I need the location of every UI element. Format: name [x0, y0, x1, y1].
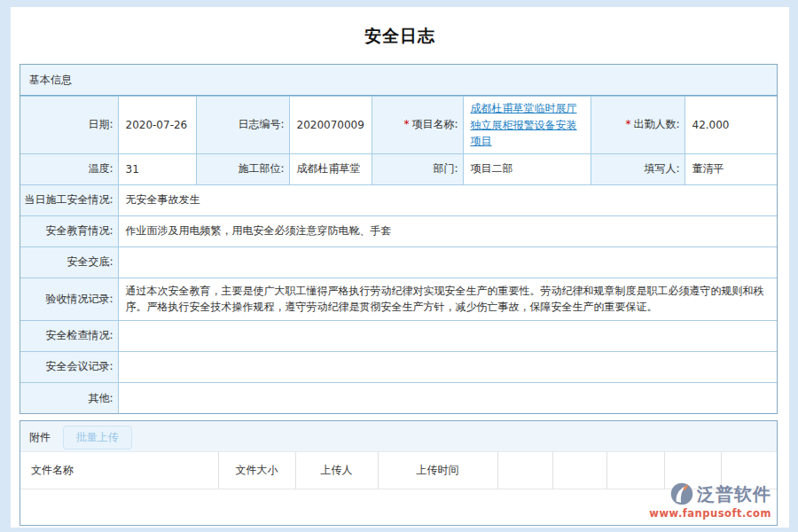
batch-upload-button[interactable]: 批量上传: [63, 426, 132, 450]
safety-education-value: 作业面涉及用电频繁，用电安全必须注意穿防电靴、手套: [118, 215, 777, 246]
project-name-label: *项目名称:: [372, 97, 463, 154]
brand-name: 泛普软件: [697, 485, 771, 503]
basic-info-table: 日期: 2020-07-26 日志编号: 2020070009 *项目名称: 成…: [20, 96, 777, 413]
table-row: 日期: 2020-07-26 日志编号: 2020070009 *项目名称: 成…: [20, 97, 777, 154]
attendance-value: 42.000: [685, 97, 777, 154]
department-label: 部门:: [372, 153, 463, 184]
writer-value: 董清平: [685, 153, 777, 184]
required-marker: *: [403, 118, 409, 130]
col-file-name: 文件名称: [20, 452, 218, 489]
attachments-title: 附件: [29, 431, 51, 443]
safety-inspection-value: [118, 320, 777, 351]
safety-education-label: 安全教育情况:: [20, 215, 118, 246]
table-row: 验收情况记录: 通过本次安全教育，主要是使广大职工懂得严格执行劳动纪律对实现安全…: [20, 278, 777, 320]
department-value: 项目二部: [463, 153, 591, 184]
writer-label: 填写人:: [591, 153, 685, 184]
daily-safety-label: 当日施工安全情况:: [20, 184, 118, 215]
other-label: 其他:: [20, 382, 118, 413]
attachments-header: 附件 批量上传: [20, 421, 777, 452]
safety-disclosure-value: [118, 246, 777, 278]
attachments-section: 附件 批量上传 文件名称 文件大小 上传人 上传时间: [20, 420, 778, 526]
table-row: 温度: 31 施工部位: 成都杜甫草堂 部门: 项目二部 填写人: 董清平: [20, 153, 777, 184]
basic-info-section-title: 基本信息: [20, 65, 777, 96]
log-number-value: 2020070009: [289, 97, 372, 154]
col-empty: [497, 452, 552, 489]
daily-safety-value: 无安全事故发生: [118, 184, 777, 215]
acceptance-record-label: 验收情况记录:: [20, 278, 118, 320]
required-marker: *: [625, 118, 630, 130]
other-value: [118, 382, 777, 413]
construction-part-value: 成都杜甫草堂: [289, 153, 372, 184]
project-name-link[interactable]: 成都杜甫草堂临时展厅独立展柜报警设备安装项目: [471, 100, 583, 150]
temperature-value: 31: [118, 153, 196, 184]
safety-meeting-label: 安全会议记录:: [20, 351, 118, 382]
brand-logo: 泛普软件 www.fanpusoft.com: [638, 481, 771, 522]
col-uploader: 上传人: [295, 452, 378, 489]
table-row: 安全教育情况: 作业面涉及用电频繁，用电安全必须注意穿防电靴、手套: [20, 215, 777, 246]
fanpu-logo-icon: [669, 481, 694, 506]
log-number-label: 日志编号:: [196, 97, 289, 154]
safety-meeting-value: [118, 351, 777, 382]
col-empty: [552, 452, 606, 489]
table-row: 安全交底:: [20, 246, 777, 278]
col-upload-time: 上传时间: [378, 452, 497, 489]
temperature-label: 温度:: [20, 153, 118, 184]
table-row: 其他:: [20, 382, 777, 413]
safety-disclosure-label: 安全交底:: [20, 246, 118, 278]
table-row: 安全检查情况:: [20, 320, 777, 351]
basic-info-section: 基本信息 日期: 2020-07-26 日志编号: 2020070009 *项目…: [20, 64, 778, 414]
date-value: 2020-07-26: [118, 97, 196, 154]
attendance-label: *出勤人数:: [591, 97, 685, 154]
brand-url: www.fanpusoft.com: [638, 507, 771, 520]
date-label: 日期:: [20, 97, 118, 154]
acceptance-record-value: 通过本次安全教育，主要是使广大职工懂得严格执行劳动纪律对实现安全生产的重要性。劳…: [118, 278, 777, 320]
project-name-cell: 成都杜甫草堂临时展厅独立展柜报警设备安装项目: [463, 97, 591, 154]
col-file-size: 文件大小: [218, 452, 295, 489]
table-row: 当日施工安全情况: 无安全事故发生: [20, 184, 777, 215]
table-row: 安全会议记录:: [20, 351, 777, 382]
construction-part-label: 施工部位:: [196, 153, 289, 184]
safety-inspection-label: 安全检查情况:: [20, 320, 118, 351]
page-title: 安全日志: [11, 7, 789, 48]
content-panel: 安全日志 基本信息 日期: 2020-07-26 日志编号: 202007000…: [11, 7, 789, 528]
